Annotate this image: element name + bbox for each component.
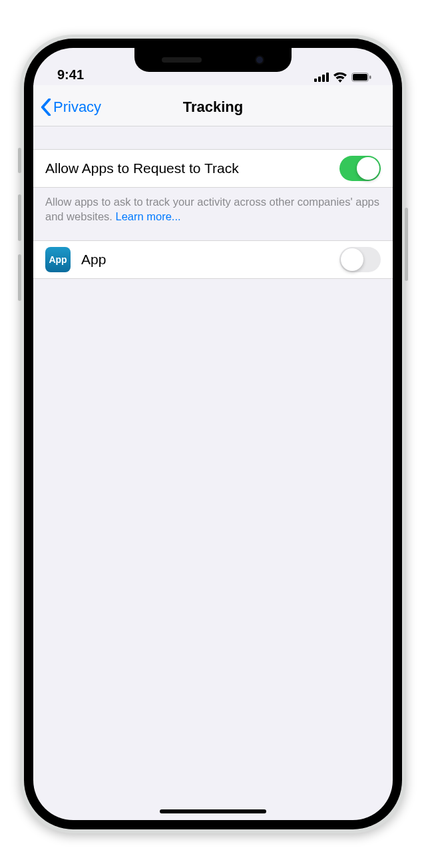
speaker-grille [162,57,202,63]
learn-more-link[interactable]: Learn more... [115,210,180,222]
app-row: App App [33,240,393,279]
allow-tracking-toggle[interactable] [339,156,381,181]
allow-tracking-row: Allow Apps to Request to Track [33,149,393,188]
content: Allow Apps to Request to Track Allow app… [33,126,393,279]
volume-up-button [18,194,21,241]
app-icon-text: App [49,254,67,265]
cellular-icon [314,73,329,82]
front-camera [255,55,264,65]
app-tracking-toggle[interactable] [339,247,381,272]
svg-rect-0 [314,79,317,82]
volume-down-button [18,254,21,301]
chevron-left-icon [40,99,52,116]
svg-rect-1 [318,77,321,82]
wifi-icon [333,72,347,83]
home-indicator[interactable] [160,809,266,813]
back-label: Privacy [53,99,101,116]
toggle-knob [357,157,379,180]
svg-rect-2 [322,75,325,82]
back-button[interactable]: Privacy [40,99,101,116]
battery-icon [351,73,371,82]
screen: 9:41 Privacy Tracking Allow Apps to Requ… [33,48,393,820]
app-icon: App [45,247,71,272]
app-label: App [81,252,339,268]
phone-frame: 9:41 Privacy Tracking Allow Apps to Requ… [20,35,406,833]
svg-rect-6 [369,76,371,79]
navigation-bar: Privacy Tracking [33,85,393,126]
status-time: 9:41 [57,67,84,83]
svg-rect-3 [326,73,329,82]
toggle-knob [341,248,363,271]
svg-rect-5 [353,74,367,81]
footer-text: Allow apps to ask to track your activity… [45,196,379,222]
allow-tracking-footer: Allow apps to ask to track your activity… [33,188,393,240]
power-button [405,208,408,281]
silent-switch [18,148,21,173]
notch [134,48,292,72]
allow-tracking-label: Allow Apps to Request to Track [45,160,339,176]
